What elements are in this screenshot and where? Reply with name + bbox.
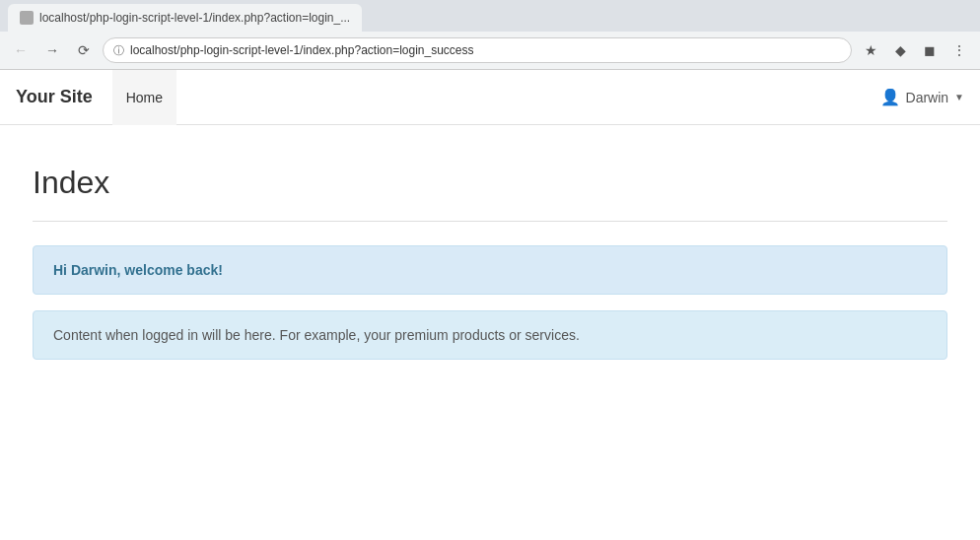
username-label: Darwin (906, 90, 949, 105)
page-title: Index (33, 165, 947, 201)
browser-chrome: localhost/php-login-script-level-1/index… (0, 0, 980, 70)
navbar-nav: Home (112, 70, 880, 125)
url-text: localhost/php-login-script-level-1/index… (130, 43, 841, 57)
nav-item-home-label: Home (126, 90, 163, 105)
person-icon: 👤 (880, 88, 900, 106)
user-menu[interactable]: 👤 Darwin ▼ (880, 88, 964, 106)
address-bar[interactable]: ⓘ localhost/php-login-script-level-1/ind… (103, 37, 852, 63)
navbar: Your Site Home 👤 Darwin ▼ (0, 70, 980, 125)
main-content: Index Hi Darwin, welcome back! Content w… (17, 125, 963, 399)
shield-button[interactable]: ◼ (917, 37, 943, 63)
forward-button[interactable]: → (39, 37, 65, 63)
welcome-message: Hi Darwin, welcome back! (53, 262, 223, 278)
toolbar-actions: ★ ◆ ◼ ⋮ (858, 37, 972, 63)
chevron-down-icon: ▼ (954, 92, 964, 102)
tab-favicon (20, 11, 34, 25)
bookmark-star-button[interactable]: ★ (858, 37, 883, 63)
reload-button[interactable]: ⟳ (71, 37, 97, 63)
welcome-alert: Hi Darwin, welcome back! (33, 245, 947, 295)
nav-item-home[interactable]: Home (112, 70, 176, 125)
logged-in-content-text: Content when logged in will be here. For… (53, 327, 580, 343)
browser-toolbar: ← → ⟳ ⓘ localhost/php-login-script-level… (0, 32, 980, 69)
back-button[interactable]: ← (8, 37, 34, 63)
site-brand[interactable]: Your Site (16, 87, 93, 107)
tab-title: localhost/php-login-script-level-1/index… (39, 11, 350, 25)
lock-icon: ⓘ (113, 43, 124, 58)
logged-in-content-box: Content when logged in will be here. For… (33, 310, 947, 360)
browser-tabs: localhost/php-login-script-level-1/index… (0, 0, 980, 32)
extension-button[interactable]: ◆ (887, 37, 913, 63)
menu-button[interactable]: ⋮ (946, 37, 972, 63)
browser-tab[interactable]: localhost/php-login-script-level-1/index… (8, 4, 362, 32)
divider (33, 221, 947, 222)
